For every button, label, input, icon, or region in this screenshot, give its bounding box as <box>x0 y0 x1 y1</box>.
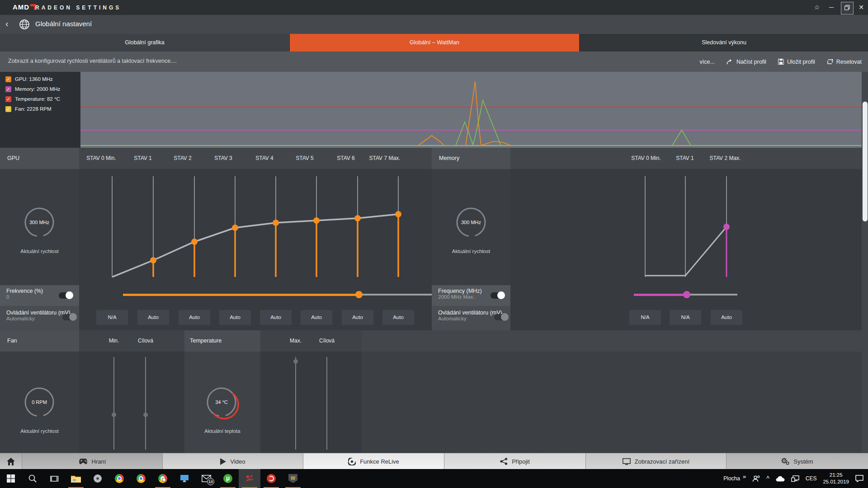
slider-handle[interactable] <box>143 413 148 417</box>
task-view-icon <box>50 475 59 483</box>
state-mode-button[interactable]: N/A <box>670 310 701 325</box>
legend-item: ✓Temperature: 82 °C <box>0 94 80 104</box>
home-button[interactable] <box>0 453 22 469</box>
chrome-profile1-button[interactable] <box>108 469 130 488</box>
memory-frequency-cell: Frequency (MHz) 2000 MHz Max. <box>432 285 510 306</box>
svg-text:300 MHz: 300 MHz <box>29 220 49 225</box>
close-button[interactable]: ✕ <box>855 2 867 14</box>
hidden-icons-caret[interactable]: ^ <box>766 475 769 482</box>
taskbar-clock[interactable]: 21:25 25.01.2019 <box>823 472 849 485</box>
tab-global-wattman[interactable]: Globální – WattMan <box>290 34 579 52</box>
tab-global-graphics[interactable]: Globální grafika <box>0 34 290 52</box>
gpu-state-handle[interactable] <box>395 211 401 217</box>
graph-legend: ✓GPU: 1360 MHz✓Memory: 2000 MHz✓Temperat… <box>0 72 80 148</box>
search-button[interactable] <box>22 469 43 488</box>
state-mode-button[interactable]: Auto <box>179 310 210 325</box>
gpu-state-handle[interactable] <box>232 225 238 231</box>
restore-button[interactable] <box>841 2 854 14</box>
state-header-label: Cílová <box>319 338 335 344</box>
back-button[interactable]: ‹ <box>5 19 9 29</box>
gpu-state-sliders[interactable] <box>79 169 432 285</box>
state-mode-button[interactable]: Auto <box>219 310 251 325</box>
gpu-state-handle[interactable] <box>191 239 198 245</box>
reset-button[interactable]: Resetovat <box>827 59 862 65</box>
people-icon[interactable] <box>752 475 760 482</box>
state-mode-button[interactable]: Auto <box>301 310 332 325</box>
gpu-state-handle[interactable] <box>354 215 361 221</box>
desktop-toolbar-label[interactable]: Plocha <box>723 475 740 482</box>
gpu-state-headers: STAV 0 Min.STAV 1STAV 2STAV 3STAV 4STAV … <box>79 148 432 169</box>
fan-gauge-label: Aktuální rychlost <box>20 428 58 434</box>
gpu-frequency-slider-thumb[interactable] <box>355 291 363 298</box>
gpu-speed-gauge: 300 MHz <box>21 204 57 240</box>
mail-app-button[interactable]: 14 <box>195 469 217 488</box>
temperature-sliders[interactable] <box>260 352 362 453</box>
radeon-settings-button[interactable] <box>239 469 260 488</box>
legend-checkbox[interactable]: ✓ <box>5 76 11 82</box>
state-mode-button[interactable]: Auto <box>342 310 373 325</box>
language-indicator[interactable]: CES <box>806 475 817 482</box>
nav-relive[interactable]: Funkce ReLive <box>303 453 444 469</box>
state-mode-button[interactable]: N/A <box>629 310 661 325</box>
memory-frequency-slider-thumb[interactable] <box>683 291 690 298</box>
action-center-icon[interactable] <box>855 475 863 482</box>
fan-col-headers: Min.Cílová <box>79 330 184 352</box>
pc-app-button[interactable] <box>174 469 195 488</box>
temperature-col-headers: Max.Cílová <box>260 330 362 352</box>
minimize-button[interactable]: ─ <box>826 2 837 14</box>
gpu-gauge-label: Aktuální rychlost <box>20 249 58 254</box>
memory-voltage-toggle[interactable] <box>494 314 508 320</box>
legend-checkbox[interactable]: ✓ <box>5 96 11 102</box>
disc-app-button[interactable] <box>87 469 108 488</box>
gpu-voltage-toggle[interactable] <box>62 314 76 320</box>
chrome-profile3-button[interactable] <box>152 469 174 488</box>
chrome-profile2-button[interactable] <box>130 469 152 488</box>
nav-connect[interactable]: Připojit <box>444 453 586 469</box>
legend-checkbox[interactable]: ✓ <box>5 106 11 112</box>
nav-gaming[interactable]: Hraní <box>22 453 163 469</box>
memory-frequency-toggle[interactable] <box>491 292 504 299</box>
utorrent-button[interactable]: µ <box>217 469 239 488</box>
fan-sliders[interactable] <box>79 352 184 453</box>
gpu-state-handle[interactable] <box>273 220 279 226</box>
state-header-row: GPU STAV 0 Min.STAV 1STAV 2STAV 3STAV 4S… <box>0 148 868 169</box>
wot-button[interactable]: W <box>282 469 304 488</box>
load-profile-button[interactable]: Načíst profil <box>726 59 766 65</box>
tab-performance-monitoring[interactable]: Sledování výkonu <box>579 34 868 52</box>
memory-gauge-label: Aktuální rychlost <box>452 249 490 254</box>
slider-handle[interactable] <box>293 359 298 364</box>
tab-bar: Globální grafika Globální – WattMan Sled… <box>0 34 868 52</box>
red-app-button[interactable] <box>260 469 282 488</box>
state-mode-button[interactable]: Auto <box>137 310 169 325</box>
utorrent-icon: µ <box>223 474 232 483</box>
state-mode-button[interactable]: Auto <box>382 310 414 325</box>
legend-checkbox[interactable]: ✓ <box>5 86 11 92</box>
file-explorer-button[interactable] <box>65 469 87 488</box>
memory-speed-gauge: 300 MHz <box>453 204 489 240</box>
state-mode-button[interactable]: N/A <box>96 310 128 325</box>
task-view-button[interactable] <box>43 469 65 488</box>
more-button[interactable]: více... <box>700 59 715 65</box>
state-header-label: STAV 3 <box>214 155 232 161</box>
state-mode-button[interactable]: Auto <box>260 310 292 325</box>
favorite-star-icon[interactable]: ☆ <box>811 2 823 14</box>
onedrive-cloud-icon[interactable] <box>776 476 785 482</box>
save-profile-button[interactable]: Uložit profil <box>778 59 815 65</box>
memory-state-handle[interactable] <box>723 224 730 230</box>
share-icon <box>500 458 508 465</box>
wot-icon: W <box>288 474 297 483</box>
toolbar-description: Zobrazit a konfigurovat rychlosti ventil… <box>8 58 177 64</box>
nav-display[interactable]: Zobrazovací zařízení <box>586 453 726 469</box>
gpu-state-handle[interactable] <box>150 257 156 263</box>
start-button[interactable] <box>0 469 22 488</box>
network-icon[interactable] <box>791 475 799 482</box>
gpu-frequency-toggle[interactable] <box>59 292 72 299</box>
state-mode-button[interactable]: Auto <box>711 310 742 325</box>
memory-state-sliders[interactable] <box>510 169 868 285</box>
nav-video[interactable]: Video <box>163 453 303 469</box>
gpu-state-handle[interactable] <box>313 217 320 224</box>
nav-system[interactable]: Systém <box>726 453 868 469</box>
toolbar-chevrons[interactable]: » <box>743 473 746 480</box>
slider-handle[interactable] <box>112 413 116 417</box>
scrollbar-thumb[interactable] <box>863 102 868 221</box>
